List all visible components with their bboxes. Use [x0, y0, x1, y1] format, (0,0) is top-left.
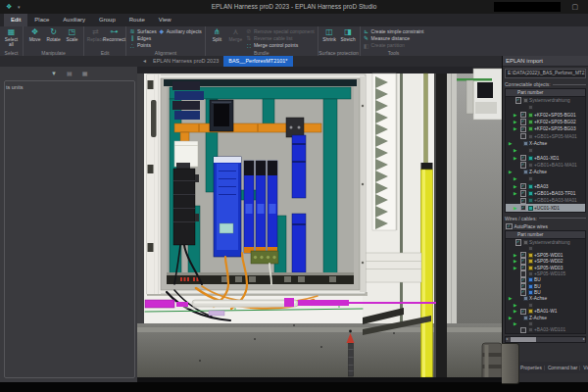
place-icon: ▶ [514, 206, 518, 211]
tree-row[interactable]: ▶ ✓ +KF02+SP05-BG03 [506, 125, 585, 132]
scale-icon: ◳ [69, 27, 76, 37]
measure-distance-button[interactable]: ✎ Measure distance [364, 34, 424, 41]
tree-row[interactable]: ▶ Z-Achse [506, 169, 585, 175]
surfaces-button[interactable]: ≋ Surfaces [129, 27, 157, 34]
split-button[interactable]: ⋔ Split [209, 27, 225, 42]
checkbox[interactable]: ✓ [520, 155, 527, 162]
part-number: +BA03 [534, 184, 549, 189]
tree-row[interactable]: ▶ ✓ +KF02+SP05-BG02 [506, 119, 585, 125]
wire-icon [528, 266, 533, 270]
checkbox[interactable]: ✓ [520, 119, 527, 125]
checkbox[interactable]: ✓ [520, 190, 527, 197]
checkbox[interactable]: ✓ [520, 198, 527, 205]
place-icon: ▶ [514, 120, 518, 124]
tree-row[interactable]: ▶ ✓ +BA03 [506, 183, 585, 190]
scale-button[interactable]: ◳ Scale [64, 27, 80, 42]
left-panel-groupbox: ts units [4, 80, 135, 378]
ribbon-tab[interactable]: Route [122, 14, 152, 26]
place-icon: ▶ [514, 184, 518, 189]
place-icon: ▶ [514, 253, 518, 258]
create-simple-constraint-button[interactable]: ⊾ Create simple constraint [364, 27, 424, 34]
tree-row[interactable]: ▶ +GB01+SP05-MA01 [506, 132, 585, 139]
ribbon-tab[interactable]: Group [92, 14, 122, 26]
checkbox[interactable]: ✓ [515, 97, 522, 104]
move-button[interactable]: ✥ Move [26, 27, 43, 42]
grid-icon[interactable]: ▤ [67, 70, 73, 76]
tree-row[interactable]: ▶ ✓ +UC01-XD1 [506, 204, 585, 211]
create-partition-button[interactable]: ◧ Create partition [364, 42, 424, 49]
select-all-button[interactable]: ▦ Select all [3, 27, 20, 47]
checkbox[interactable]: ✓ [520, 309, 527, 315]
document-tab[interactable]: EPLAN Harness proD 2023 [148, 56, 223, 67]
tree-row[interactable]: ▶ ✓ Systemverdrahtung [506, 97, 585, 104]
scrollbar-thumb[interactable] [511, 337, 536, 342]
part-number: Systemverdrahtung [529, 98, 570, 103]
place-icon: ▶ [514, 309, 518, 314]
bottom-panel-tab[interactable]: Command bar [546, 366, 580, 370]
viewport-3d[interactable] [137, 67, 502, 382]
window-button-icon[interactable]: ▢ [571, 0, 578, 14]
ghost-icon [528, 327, 533, 332]
reconnect-button[interactable]: ⊶ Reconnect [106, 27, 122, 42]
shrink-button[interactable]: ◫ Shrink [321, 27, 338, 42]
points-button[interactable]: ∴ Points [129, 42, 157, 49]
tree-row[interactable]: ▶ ✓ +BA01-XD1 [506, 154, 585, 161]
bottom-panel-tab[interactable]: Properties [518, 366, 545, 370]
column-header[interactable]: Part number [506, 231, 585, 239]
rotate-button[interactable]: ↻ Rotate [45, 27, 62, 42]
tree-row[interactable]: ▶ X-Achse [506, 140, 585, 147]
reverse-cable-list-button[interactable]: ⇅ Reverse cable list [246, 34, 315, 41]
part-number: +UC01-XD1 [534, 206, 560, 211]
left-panel: ▼ ▤ ▦ ts units [0, 67, 137, 382]
stretch-button[interactable]: ◨ Stretch [340, 27, 357, 42]
ribbon-tab[interactable]: Edit [4, 14, 27, 26]
ribbon-tab[interactable]: Auxiliary [56, 14, 92, 26]
scroll-right-icon[interactable]: ▸ [583, 336, 585, 341]
remove-special-component-button[interactable]: ⊘ Remove special component [246, 27, 315, 34]
ribbon-group-edit: ⇄ Replace ⊶ Reconnect Edit [84, 26, 126, 56]
ribbon-tab[interactable]: Place [27, 14, 56, 26]
tree-row[interactable]: ▶ ✓ +KF02+SP05-BG01 [506, 112, 585, 119]
merge-button[interactable]: ⋏ Merge [227, 27, 244, 42]
place-icon: ▶ [514, 113, 518, 118]
edges-button[interactable]: ∥ Edges [129, 34, 157, 41]
tree-row[interactable]: ▶ ✓ +GB01+BA01-MA01 [506, 162, 585, 169]
tree-row[interactable]: ▶ ✓ +GB01+BA03-MA01 [506, 197, 585, 204]
ghost-icon [528, 321, 533, 326]
checkbox[interactable]: ✓ [515, 239, 522, 245]
import-path[interactable]: E:\DATA(2022)\_BAS_Perforex_MT21 [505, 69, 586, 78]
checkbox[interactable] [520, 327, 527, 333]
checkbox[interactable]: ✓ [520, 162, 527, 169]
tree-row[interactable]: ▶ ✓ +GB01+BA03-TF01 [506, 190, 585, 197]
column-header[interactable]: Part number [506, 89, 585, 97]
checkbox[interactable]: ✓ [520, 112, 527, 119]
part-number: Z-Achse [529, 316, 547, 320]
tree-row[interactable]: ▶ +BA03-WD101 [506, 327, 585, 333]
scroll-left-icon[interactable]: ◂ [506, 336, 508, 341]
auxiliary-objects-button[interactable]: ◆ Auxiliary objects [159, 27, 202, 34]
replace-button[interactable]: ⇄ Replace [87, 27, 104, 42]
part-number: BU [534, 277, 541, 282]
document-tab[interactable]: BAS__PerforexMT2101* [223, 56, 292, 67]
part-icon [528, 198, 533, 203]
tree-row[interactable]: ▶ [506, 175, 585, 182]
checkbox[interactable]: ✓ [520, 205, 527, 212]
tree-row[interactable]: ▶ [506, 147, 585, 154]
part-number: +GB01+BA03-MA01 [534, 198, 577, 203]
bottom-panel-tab[interactable]: Views [581, 366, 588, 370]
part-number: +KF02+SP05-BG03 [534, 126, 576, 131]
columns-icon[interactable]: ▦ [82, 70, 88, 76]
tab-scroll-left-icon[interactable]: ◂ [141, 56, 148, 67]
tree-row[interactable]: ▶ [506, 104, 585, 111]
title-bar: ❖ ▾ EPLAN Harness proD 2023 - EPLAN Harn… [0, 0, 588, 14]
checkbox[interactable]: ✓ [520, 289, 527, 295]
checkbox[interactable]: ✓ [520, 183, 527, 190]
checkbox[interactable] [520, 133, 527, 140]
merge-control-points-button[interactable]: ∷ Merge control points [246, 42, 315, 49]
place-icon: ▶ [514, 303, 518, 308]
filter-icon[interactable]: ▼ [51, 71, 57, 76]
edges-icon: ∥ [129, 34, 135, 41]
checkbox[interactable]: ✓ [520, 126, 527, 133]
autoplace-wires-checkbox[interactable]: ✓ AutoPlace wires [506, 223, 586, 230]
ribbon-tab[interactable]: View [152, 14, 178, 26]
